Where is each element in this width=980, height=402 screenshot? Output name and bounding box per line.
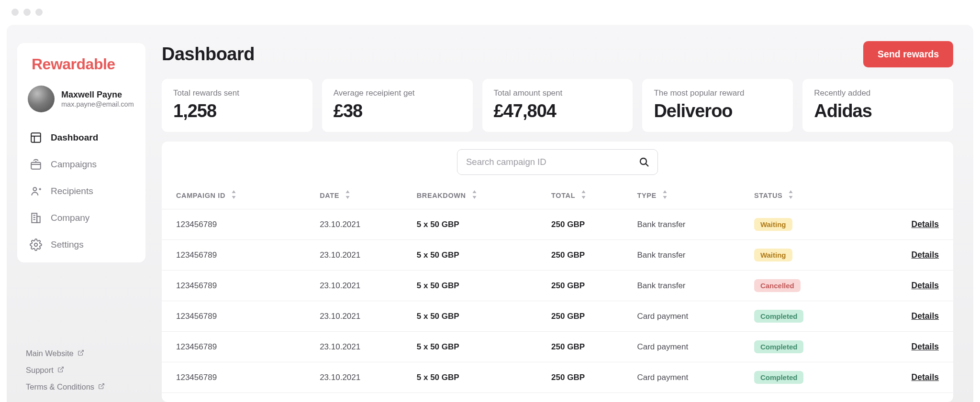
stat-label: Average receipient get (334, 88, 461, 98)
cell-type: Card payment (632, 301, 749, 332)
cell-breakdown: 5 x 50 GBP (412, 240, 546, 271)
status-badge: Waiting (754, 218, 792, 231)
window-control-max[interactable] (35, 9, 43, 16)
cell-campaign-id: 123456789 (162, 362, 315, 393)
cell-date: 23.10.2021 (315, 362, 412, 393)
recipients-icon (30, 185, 42, 197)
svg-marker-24 (582, 190, 586, 193)
details-link[interactable]: Details (912, 342, 939, 351)
column-header-status[interactable]: STATUS (749, 182, 863, 209)
stat-value: £47,804 (494, 101, 622, 121)
status-badge: Cancelled (754, 279, 801, 292)
cell-actions: Details (863, 271, 953, 301)
cell-campaign-id: 123456789 (162, 332, 315, 362)
sidebar-item-dashboard[interactable]: Dashboard (26, 125, 137, 151)
main-header: Dashboard Send rewards (162, 41, 953, 67)
external-link-icon (57, 366, 64, 375)
stat-card: Total amount spent£47,804 (482, 79, 633, 132)
cell-total: 250 GBP (546, 332, 632, 362)
search-input[interactable] (465, 156, 638, 168)
search-box[interactable] (457, 149, 658, 175)
send-rewards-button[interactable]: Send rewards (863, 41, 953, 67)
sidebar-footer-links: Main WebsiteSupportTerms & Conditions (7, 349, 145, 402)
cell-date: 23.10.2021 (315, 209, 412, 240)
column-header-total[interactable]: TOTAL (546, 182, 632, 209)
cell-date: 23.10.2021 (315, 332, 412, 362)
cell-type: Bank transfer (632, 209, 749, 240)
status-badge: Waiting (754, 249, 792, 261)
sidebar-item-recipients[interactable]: Recipients (26, 178, 137, 204)
sidebar-card: Rewardable Maxwell Payne max.payne@email… (17, 43, 145, 262)
svg-marker-25 (582, 196, 586, 199)
svg-line-15 (101, 384, 104, 387)
external-link-icon (98, 382, 105, 391)
page-title: Dashboard (162, 44, 255, 65)
stat-label: Recently added (814, 88, 942, 98)
cell-type: Bank transfer (632, 271, 749, 301)
details-link[interactable]: Details (912, 250, 939, 260)
campaigns-icon (30, 158, 42, 171)
footer-link[interactable]: Main Website (26, 349, 145, 358)
details-link[interactable]: Details (912, 281, 939, 290)
svg-marker-18 (232, 190, 236, 193)
svg-marker-26 (663, 190, 667, 193)
sidebar-item-label: Dashboard (51, 132, 98, 143)
details-link[interactable]: Details (912, 372, 939, 382)
status-badge: Completed (754, 371, 804, 384)
sidebar-item-campaigns[interactable]: Campaigns (26, 152, 137, 177)
details-link[interactable]: Details (912, 219, 939, 229)
stat-value: £38 (334, 101, 461, 121)
cell-actions: Details (863, 240, 953, 271)
column-header-campaign_id[interactable]: CAMPAIGN ID (162, 182, 315, 209)
footer-link-label: Support (26, 366, 54, 375)
cell-campaign-id: 123456789 (162, 271, 315, 301)
avatar (28, 86, 55, 112)
settings-icon (30, 239, 42, 251)
app-window: Rewardable Maxwell Payne max.payne@email… (0, 0, 980, 402)
cell-type: Card payment (632, 332, 749, 362)
svg-marker-21 (345, 196, 349, 199)
cell-campaign-id: 123456789 (162, 240, 315, 271)
search-wrap (162, 149, 953, 182)
user-info[interactable]: Maxwell Payne max.payne@email.com (26, 83, 137, 116)
stat-label: Total rewards sent (173, 88, 301, 98)
svg-point-16 (640, 158, 646, 164)
window-control-close[interactable] (11, 9, 19, 16)
svg-marker-23 (472, 196, 476, 199)
stat-card: The most popular rewardDeliveroo (642, 79, 793, 132)
stats-row: Total rewards sent1,258Average receipien… (162, 79, 953, 132)
sidebar-item-label: Company (51, 213, 89, 223)
external-link-icon (78, 349, 84, 358)
svg-line-13 (80, 350, 83, 353)
table-row: 12345678923.10.20215 x 50 GBP250 GBPCard… (162, 362, 953, 393)
column-header-label: STATUS (754, 192, 782, 199)
viewport: Rewardable Maxwell Payne max.payne@email… (7, 25, 973, 402)
cell-breakdown: 5 x 50 GBP (412, 271, 546, 301)
stat-card: Average receipient get£38 (322, 79, 473, 132)
footer-link[interactable]: Support (26, 366, 145, 375)
details-link[interactable]: Details (912, 311, 939, 321)
footer-link[interactable]: Terms & Conditions (26, 382, 145, 391)
sort-icon (231, 190, 236, 200)
campaign-table: CAMPAIGN IDDATEBREAKDOWNTOTALTYPESTATUS … (162, 182, 953, 393)
column-header-date[interactable]: DATE (315, 182, 412, 209)
cell-campaign-id: 123456789 (162, 209, 315, 240)
window-control-min[interactable] (23, 9, 31, 16)
cell-status: Completed (749, 332, 863, 362)
svg-marker-27 (663, 196, 667, 199)
sidebar-item-label: Campaigns (51, 159, 97, 170)
column-header-breakdown[interactable]: BREAKDOWN (412, 182, 546, 209)
stat-value: Deliveroo (654, 101, 781, 121)
stat-card: Recently addedAdidas (802, 79, 953, 132)
cell-status: Waiting (749, 240, 863, 271)
cell-total: 250 GBP (546, 362, 632, 393)
sidebar-item-company[interactable]: Company (26, 205, 137, 231)
column-header-type[interactable]: TYPE (632, 182, 749, 209)
sidebar-item-label: Recipients (51, 186, 93, 196)
sidebar-item-settings[interactable]: Settings (26, 232, 137, 258)
column-header-label: CAMPAIGN ID (176, 192, 225, 199)
svg-marker-22 (472, 190, 476, 193)
stat-label: Total amount spent (494, 88, 622, 98)
cell-breakdown: 5 x 50 GBP (412, 332, 546, 362)
stat-value: 1,258 (173, 101, 301, 121)
